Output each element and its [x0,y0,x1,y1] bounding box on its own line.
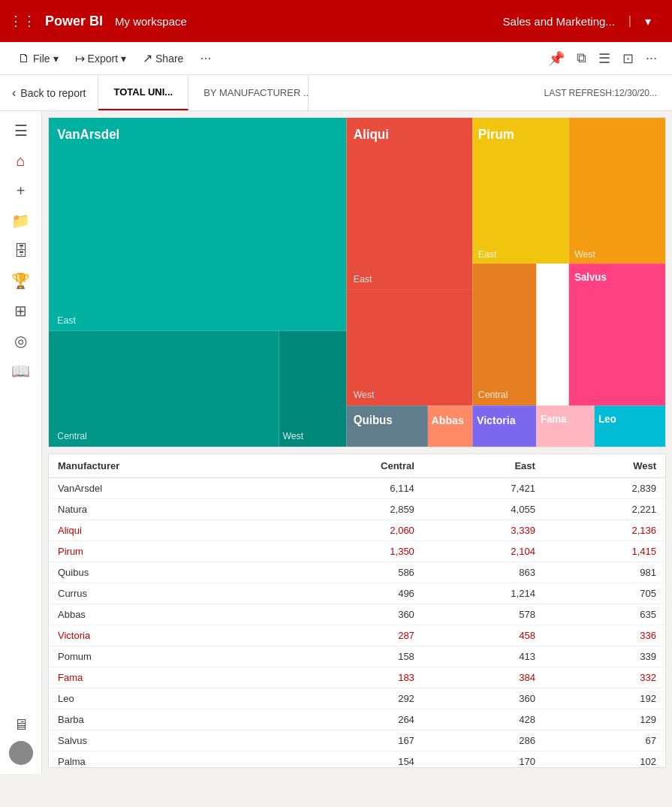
table-row[interactable]: Pomum 158 413 339 [49,646,665,667]
tile-salvus[interactable] [569,263,665,405]
tile-vanarsdel-central[interactable] [49,331,279,447]
table-row[interactable]: Palma 154 170 102 [49,751,665,769]
cell-east: 286 [423,730,544,751]
table-row[interactable]: Pirum 1,350 2,104 1,415 [49,541,665,562]
cell-central: 6,114 [276,478,423,499]
file-icon: 🗋 [18,52,30,65]
tile-vanarsdel-west[interactable] [279,331,347,447]
cell-name: Barba [49,709,276,730]
topbar: ⋮⋮ Power BI My workspace Sales and Marke… [0,0,672,42]
cell-east: 413 [423,646,544,667]
cell-east: 2,104 [423,541,544,562]
cell-central: 264 [276,709,423,730]
export-chevron-icon: ▾ [121,53,126,65]
toolbar-more-icon[interactable]: ··· [643,47,660,69]
last-refresh-label: LAST REFRESH:12/30/20... [529,75,672,110]
cell-east: 863 [423,562,544,583]
cell-central: 287 [276,625,423,646]
avatar[interactable] [9,741,33,765]
col-header-central: Central [276,454,423,478]
cell-name: Aliqui [49,520,276,541]
table-row[interactable]: Victoria 287 458 336 [49,625,665,646]
sidebar-learn-icon[interactable]: 📖 [8,357,35,384]
cell-west: 2,221 [544,499,665,520]
cell-west: 705 [544,583,665,604]
cell-east: 3,339 [423,520,544,541]
svg-text:East: East [57,315,76,325]
treemap-visual: VanArsdel East Central West Natura East … [48,117,666,447]
cell-name: Pomum [49,646,276,667]
pin-icon[interactable]: 📌 [545,47,568,70]
cell-name: Abbas [49,604,276,625]
table-row[interactable]: Aliqui 2,060 3,339 2,136 [49,520,665,541]
cell-east: 7,421 [423,478,544,499]
table-row[interactable]: Leo 292 360 192 [49,688,665,709]
sidebar-add-icon[interactable]: + [8,177,35,204]
duplicate-icon[interactable]: ⧉ [574,47,589,69]
cell-east: 4,055 [423,499,544,520]
tab-total-uni[interactable]: TOTAL UNI... [98,75,188,110]
data-table: Manufacturer Central East West VanArsdel… [48,453,666,768]
nav-tabs-bar: ‹ Back to report TOTAL UNI... BY MANUFAC… [0,75,672,111]
cell-central: 586 [276,562,423,583]
sidebar-monitor-icon[interactable]: 🖥 [8,711,35,738]
cell-west: 981 [544,562,665,583]
svg-text:West: West [574,249,595,260]
toolbar-row1: 🗋 File ▾ ↦ Export ▾ ↗ Share ··· 📌 ⧉ ☰ ⊡ … [0,42,672,75]
cell-central: 1,350 [276,541,423,562]
sidebar-data-icon[interactable]: 🗄 [8,237,35,264]
tile-aliqui-east[interactable] [346,118,472,290]
cell-name: Fama [49,667,276,688]
table-row[interactable]: Salvus 167 286 67 [49,730,665,751]
cell-west: 102 [544,751,665,769]
svg-text:Central: Central [57,431,87,441]
sidebar-home-icon[interactable]: ⌂ [8,147,35,174]
cell-name: Palma [49,751,276,769]
cell-name: Salvus [49,730,276,751]
cell-west: 2,136 [544,520,665,541]
cell-name: Natura [49,499,276,520]
grid-icon[interactable]: ⋮⋮ [9,13,36,29]
sidebar-browse-icon[interactable]: 📁 [8,207,35,234]
back-to-report-button[interactable]: ‹ Back to report [0,75,98,110]
table-row[interactable]: Barba 264 428 129 [49,709,665,730]
focus-icon[interactable]: ⊡ [619,47,637,70]
table-row[interactable]: Abbas 360 578 635 [49,604,665,625]
tile-vanarsdel-east[interactable] [49,118,346,331]
export-button[interactable]: ↦ Export ▾ [69,48,132,68]
cell-name: Leo [49,688,276,709]
more-options-button[interactable]: ··· [194,47,217,69]
cell-west: 129 [544,709,665,730]
tile-aliqui-west[interactable] [346,290,472,405]
col-header-west: West [544,454,665,478]
title-chevron-icon[interactable]: ▾ [645,14,651,29]
svg-text:Pirum: Pirum [478,126,514,142]
table-row[interactable]: Fama 183 384 332 [49,667,665,688]
cell-central: 360 [276,604,423,625]
treemap-svg: VanArsdel East Central West Natura East … [49,118,665,447]
cell-west: 339 [544,646,665,667]
svg-text:Aliqui: Aliqui [354,126,389,142]
power-bi-logo: Power BI [45,14,103,29]
tile-leo[interactable] [595,405,665,447]
table-row[interactable]: Currus 496 1,214 705 [49,583,665,604]
sidebar-goals-icon[interactable]: 🏆 [8,267,35,294]
cell-east: 428 [423,709,544,730]
tile-pirum-central[interactable] [472,263,536,405]
table-row[interactable]: VanArsdel 6,114 7,421 2,839 [49,478,665,499]
share-button[interactable]: ↗ Share [137,48,189,68]
workspace-label[interactable]: My workspace [115,15,187,28]
table-row[interactable]: Quibus 586 863 981 [49,562,665,583]
sidebar-explore-icon[interactable]: ◎ [8,327,35,354]
svg-text:East: East [478,249,497,260]
sidebar-hamburger-icon[interactable]: ☰ [8,117,35,144]
table-row[interactable]: Natura 2,859 4,055 2,221 [49,499,665,520]
file-button[interactable]: 🗋 File ▾ [12,49,65,68]
tile-fama[interactable] [536,405,594,447]
sidebar-apps-icon[interactable]: ⊞ [8,297,35,324]
tab-by-manufacturer[interactable]: BY MANUFACTURER ... [188,75,309,110]
cell-east: 458 [423,625,544,646]
filter-icon[interactable]: ☰ [595,47,613,70]
cell-east: 170 [423,751,544,769]
tile-pirum-west[interactable] [569,118,665,263]
